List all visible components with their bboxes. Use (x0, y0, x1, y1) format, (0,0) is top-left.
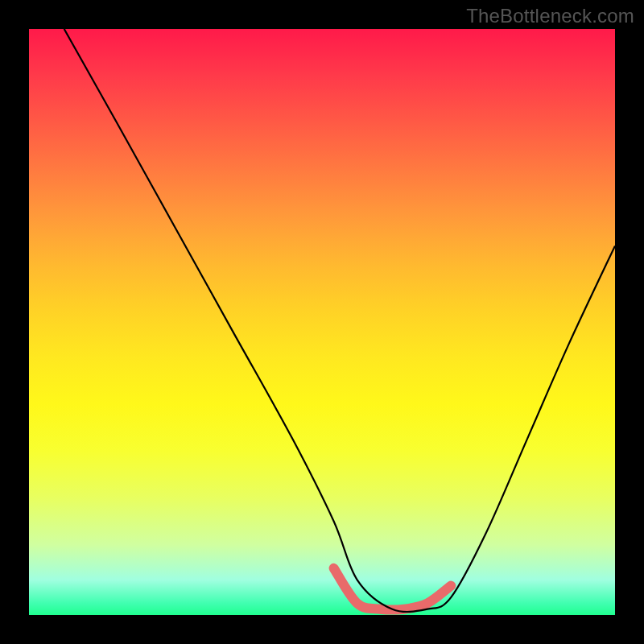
main-curve (64, 29, 615, 612)
chart-svg (29, 29, 615, 615)
highlight-curve (334, 568, 452, 610)
chart-container: TheBottleneck.com (0, 0, 644, 644)
watermark-text: TheBottleneck.com (466, 5, 634, 27)
plot-area (29, 29, 615, 615)
